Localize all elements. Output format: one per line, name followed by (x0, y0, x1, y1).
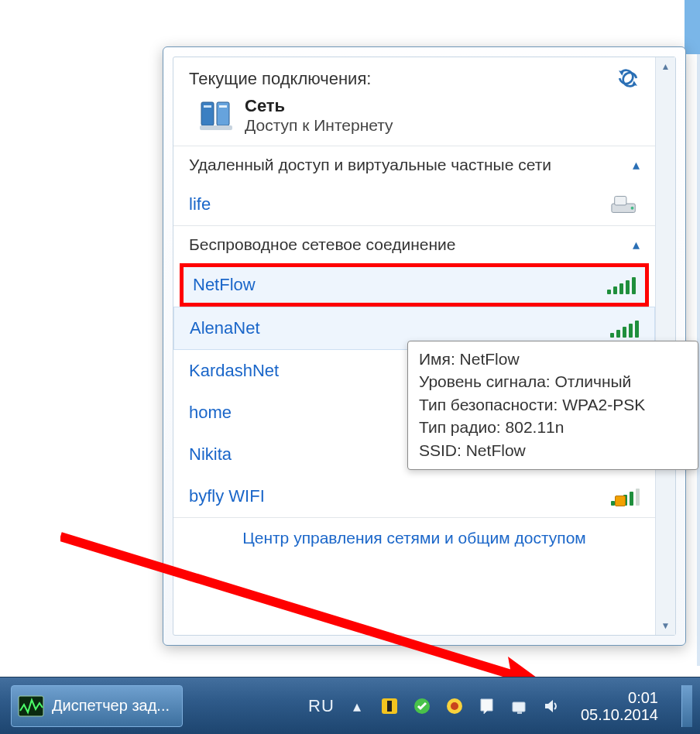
taskbar-button-label: Диспетчер зад... (52, 697, 170, 715)
wifi-item-label: home (189, 403, 232, 423)
svg-rect-15 (517, 712, 522, 714)
tray-app1-icon[interactable] (379, 696, 400, 716)
group-header-vpn[interactable]: Удаленный доступ и виртуальные частные с… (173, 146, 655, 184)
signal-icon (610, 485, 640, 508)
taskbar: Диспетчер зад... RU ▴ 0:01 05.10.2014 (0, 677, 700, 734)
svg-rect-6 (615, 197, 626, 205)
chevron-up-icon: ▴ (633, 236, 640, 253)
tray-app2-icon[interactable] (444, 696, 465, 716)
show-desktop-button[interactable] (681, 685, 692, 727)
desktop-area: Текущие подключения: (0, 0, 700, 666)
group-label: Удаленный доступ и виртуальные частные с… (189, 156, 551, 174)
tooltip-signal-value: Отличный (555, 372, 632, 390)
tooltip-name-label: Имя: (419, 350, 455, 368)
action-center-icon[interactable] (477, 696, 497, 716)
active-network-block: Сеть Доступ к Интернету (173, 93, 655, 146)
svg-rect-2 (204, 105, 211, 108)
svg-rect-4 (200, 125, 232, 130)
modem-icon (610, 193, 640, 216)
flyout-heading: Текущие подключения: (189, 69, 371, 89)
tray-time: 0:01 (581, 689, 658, 706)
tooltip-radio-label: Тип радио: (419, 418, 501, 436)
vpn-item[interactable]: life (173, 184, 655, 225)
tooltip-radio-value: 802.11n (506, 418, 564, 436)
scroll-down-icon[interactable]: ▼ (656, 616, 675, 635)
tray-security-icon[interactable] (412, 696, 432, 716)
svg-point-13 (451, 702, 458, 710)
active-network-title: Сеть (245, 96, 393, 116)
language-indicator[interactable]: RU (308, 696, 335, 716)
svg-rect-3 (219, 105, 227, 108)
tooltip-ssid-label: SSID: (419, 441, 462, 459)
wifi-tooltip: Имя: NetFlow Уровень сигнала: Отличный Т… (407, 341, 698, 470)
tray-date: 05.10.2014 (581, 706, 658, 723)
taskmgr-icon (18, 695, 44, 717)
refresh-icon[interactable] (618, 68, 640, 90)
tray-up-icon[interactable]: ▴ (347, 696, 367, 716)
tooltip-security-value: WPA2-PSK (562, 396, 645, 413)
taskbar-button-taskmgr[interactable]: Диспетчер зад... (11, 685, 183, 727)
svg-rect-14 (513, 702, 525, 712)
signal-icon (606, 273, 636, 297)
network-icon (198, 98, 234, 133)
wifi-item-label: byfly WIFI (189, 486, 265, 506)
chevron-up-icon: ▴ (633, 156, 640, 173)
tooltip-security-label: Тип безопасности: (419, 396, 558, 413)
decorative-accent (685, 0, 700, 54)
tooltip-signal-label: Уровень сигнала: (419, 372, 551, 390)
svg-rect-10 (387, 701, 392, 712)
flyout-heading-row: Текущие подключения: (173, 57, 655, 93)
active-network-subtitle: Доступ к Интернету (245, 116, 393, 135)
wifi-item-netflow[interactable]: NetFlow (180, 263, 649, 307)
system-tray: RU ▴ 0:01 05.10.2014 (308, 685, 700, 727)
tooltip-ssid-value: NetFlow (466, 441, 526, 459)
wifi-item-label: AlenaNet (190, 318, 260, 338)
wifi-item[interactable]: byfly WIFI (173, 475, 655, 517)
wifi-item-label: NetFlow (193, 275, 256, 295)
warning-shield-icon (615, 496, 626, 506)
signal-icon (609, 317, 639, 340)
group-label: Беспроводное сетевое соединение (189, 235, 455, 254)
volume-icon[interactable] (542, 696, 562, 716)
tooltip-name-value: NetFlow (460, 350, 520, 368)
vpn-item-label: life (189, 194, 211, 214)
wifi-item-label: KardashNet (189, 361, 279, 381)
wifi-item-label: Nikita (189, 444, 232, 465)
network-tray-icon[interactable] (510, 696, 530, 716)
tray-clock[interactable]: 0:01 05.10.2014 (575, 689, 664, 723)
network-center-link[interactable]: Центр управления сетями и общим доступом (173, 517, 655, 558)
group-header-wifi[interactable]: Беспроводное сетевое соединение ▴ (173, 226, 655, 263)
scroll-up-icon[interactable]: ▲ (656, 57, 675, 76)
svg-point-7 (631, 207, 634, 210)
